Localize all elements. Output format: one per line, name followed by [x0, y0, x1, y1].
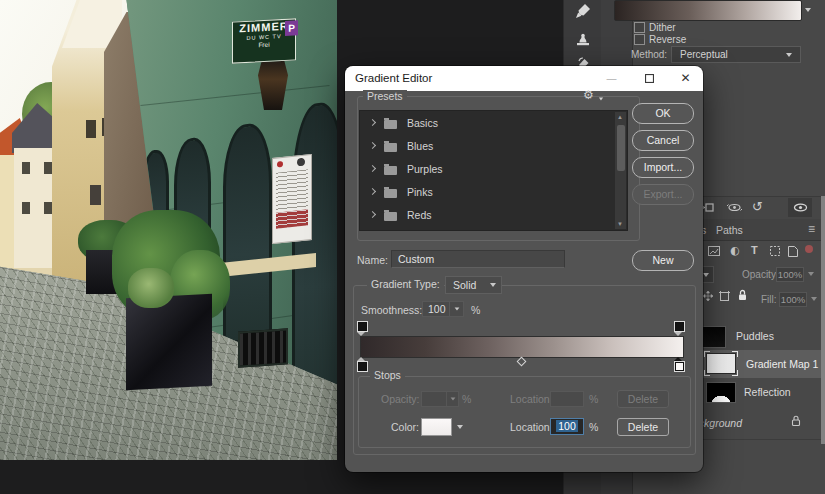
cancel-button[interactable]: Cancel: [632, 130, 694, 151]
reset-adjustment-icon[interactable]: ↺: [752, 199, 763, 214]
fill-label: Fill:: [761, 294, 777, 305]
clip-to-layer-icon[interactable]: [702, 201, 715, 214]
filter-toggle-icon[interactable]: [805, 245, 813, 253]
filter-pixel-layers-icon[interactable]: [708, 246, 720, 256]
gradient-type-label: Gradient Type:: [367, 278, 444, 290]
dither-checkbox[interactable]: [634, 22, 645, 33]
filter-type-layers-icon[interactable]: T: [751, 244, 758, 256]
folder-icon: [384, 120, 397, 129]
layer-mask-thumbnail[interactable]: [706, 353, 736, 374]
close-icon[interactable]: ✕: [677, 70, 694, 87]
sign-parking-badge: P: [285, 20, 298, 36]
smoothness-unit: %: [471, 304, 480, 316]
scroll-up-icon[interactable]: ▲: [617, 114, 623, 120]
ok-button[interactable]: OK: [632, 103, 694, 124]
folder-icon: [384, 166, 397, 175]
maximize-icon[interactable]: [641, 70, 658, 87]
filter-smart-objects-icon[interactable]: [788, 246, 798, 257]
brush-tool-icon[interactable]: [574, 2, 592, 20]
preset-folder-reds[interactable]: Reds: [360, 204, 627, 227]
export-button[interactable]: Export...: [632, 184, 694, 205]
gradient-bar[interactable]: [360, 336, 684, 358]
color-swatch[interactable]: [421, 418, 452, 436]
expand-chevron-icon[interactable]: [369, 165, 376, 172]
photo-window: [223, 122, 272, 344]
gradient-picker-chevron-icon[interactable]: [801, 4, 815, 18]
opacity-label: Opacity:: [742, 269, 779, 280]
dialog-titlebar[interactable]: Gradient Editor — ✕: [345, 66, 703, 91]
color-location-input[interactable]: 100: [550, 418, 584, 435]
filter-adjustment-layers-icon[interactable]: ◐: [730, 244, 740, 257]
gradient-map-preview[interactable]: [614, 0, 802, 21]
gradient-editor-dialog: Gradient Editor — ✕ Presets ⚙ Basics Blu…: [345, 66, 703, 472]
lock-all-icon[interactable]: [737, 289, 748, 301]
gradient-type-select[interactable]: Solid: [445, 276, 502, 294]
presets-gear-icon[interactable]: ⚙: [583, 88, 594, 102]
view-previous-state-icon[interactable]: [727, 201, 742, 214]
opacity-stop-input[interactable]: [421, 391, 459, 407]
filter-shape-layers-icon[interactable]: [770, 246, 780, 256]
reverse-checkbox[interactable]: [634, 34, 645, 45]
preset-folder-basics[interactable]: Basics: [360, 112, 627, 135]
layer-name: Reflection: [744, 386, 791, 398]
panel-scrollbar[interactable]: [821, 196, 825, 444]
expand-chevron-icon[interactable]: [369, 211, 376, 218]
layer-thumbnail[interactable]: [706, 382, 736, 403]
lock-artboard-icon[interactable]: [719, 291, 730, 302]
folder-icon: [384, 189, 397, 198]
preset-folder-pinks[interactable]: Pinks: [360, 181, 627, 204]
lock-position-icon[interactable]: [703, 291, 713, 301]
presets-list: Basics Blues Purples Pinks Reds: [359, 110, 628, 231]
photo-grille: [238, 328, 288, 367]
preset-folder-purples[interactable]: Purples: [360, 158, 627, 181]
visibility-toggle[interactable]: [788, 198, 812, 217]
scroll-down-icon[interactable]: ▼: [617, 221, 623, 227]
folder-icon: [384, 143, 397, 152]
preset-folder-blues[interactable]: Blues: [360, 135, 627, 158]
photo-planter: [126, 294, 212, 391]
method-dropdown[interactable]: Perceptual: [671, 46, 801, 63]
delete-opacity-stop-button[interactable]: Delete: [617, 390, 669, 408]
expand-chevron-icon[interactable]: [369, 142, 376, 149]
sign-status: Frei: [233, 38, 295, 51]
color-stop-right-selected[interactable]: [675, 362, 684, 371]
fill-value[interactable]: 100%: [779, 292, 807, 307]
color-stop-left[interactable]: [358, 362, 367, 371]
clone-stamp-tool-icon[interactable]: [574, 30, 592, 48]
color-stop-label: Color:: [391, 421, 419, 433]
opacity-value[interactable]: 100%: [776, 267, 804, 282]
color-location-label: Location:: [510, 421, 553, 433]
reverse-label: Reverse: [649, 34, 686, 45]
expand-chevron-icon[interactable]: [369, 188, 376, 195]
smoothness-input[interactable]: 100: [422, 301, 464, 317]
dither-label: Dither: [649, 22, 676, 33]
import-button[interactable]: Import...: [632, 157, 694, 178]
photo-canvas: ZIMMER DU WC TV Frei P: [0, 0, 337, 460]
stops-group: [358, 376, 691, 448]
minimize-icon[interactable]: —: [603, 70, 620, 87]
panel-menu-icon[interactable]: ≡: [808, 222, 815, 236]
name-input[interactable]: Custom: [391, 250, 565, 268]
tab-paths[interactable]: Paths: [716, 224, 743, 236]
opacity-stop-left[interactable]: [358, 322, 367, 331]
presets-scrollbar[interactable]: ▲ ▼: [615, 112, 626, 229]
dialog-title: Gradient Editor: [355, 72, 432, 84]
opacity-location-input[interactable]: [550, 391, 584, 407]
new-button[interactable]: New: [632, 250, 694, 271]
method-label: Method:: [631, 49, 667, 60]
method-value: Perceptual: [680, 49, 728, 60]
folder-icon: [384, 212, 397, 221]
layer-name: Puddles: [736, 330, 774, 342]
opacity-stop-label: Opacity:: [381, 393, 420, 405]
scrollbar-thumb[interactable]: [617, 125, 625, 171]
presets-label: Presets: [363, 90, 407, 102]
delete-color-stop-button[interactable]: Delete: [617, 418, 669, 436]
name-label: Name:: [357, 254, 388, 266]
photo-sign: ZIMMER DU WC TV Frei P: [232, 18, 296, 63]
expand-chevron-icon[interactable]: [369, 119, 376, 126]
color-swatch-chevron-icon[interactable]: [457, 425, 463, 429]
opacity-stop-right[interactable]: [675, 322, 684, 331]
opacity-location-label: Location:: [510, 393, 553, 405]
layer-lock-icon: [791, 415, 801, 427]
stops-label: Stops: [370, 369, 405, 381]
